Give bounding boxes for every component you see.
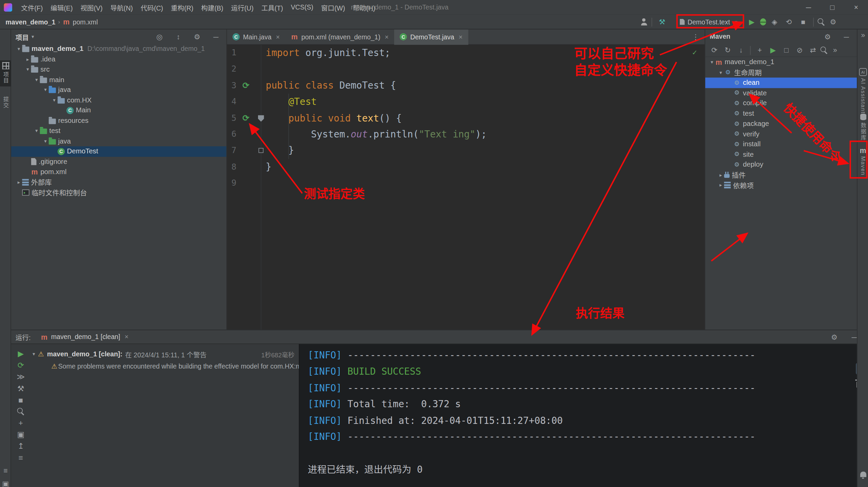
- maven-tree-item-test[interactable]: ⚙test: [705, 108, 857, 118]
- next-icon[interactable]: ≫: [15, 373, 27, 381]
- stack-icon[interactable]: ≡: [15, 454, 27, 462]
- caret-down-icon[interactable]: ▾: [31, 351, 37, 357]
- console[interactable]: [INFO] ---------------------------------…: [299, 344, 868, 487]
- close-icon[interactable]: ×: [459, 33, 462, 41]
- caret-down-icon[interactable]: ▾: [42, 87, 49, 93]
- stop-icon[interactable]: ■: [797, 18, 809, 25]
- menu-VCS[interactable]: VCS(S): [287, 0, 317, 14]
- menu-构建[interactable]: 构建(B): [197, 0, 227, 14]
- debug-icon[interactable]: [760, 18, 766, 25]
- locate-icon[interactable]: ◎: [153, 33, 165, 40]
- hide-icon[interactable]: ─: [210, 33, 222, 40]
- menu-重构[interactable]: 重构(R): [167, 0, 197, 14]
- plus-icon[interactable]: +: [754, 46, 766, 54]
- project-panel-title[interactable]: 项目: [16, 32, 29, 41]
- search-icon[interactable]: [821, 46, 828, 54]
- caret-down-icon[interactable]: ▾: [24, 67, 31, 72]
- wrench-icon[interactable]: ⚒: [15, 385, 27, 392]
- tool-stripe-数据库[interactable]: 数据库: [857, 114, 868, 141]
- close-icon[interactable]: ×: [124, 333, 128, 341]
- search-icon[interactable]: [817, 18, 825, 25]
- minimize-button[interactable]: ─: [796, 0, 820, 14]
- project-tree-item-com.HX[interactable]: ▾com.HX: [11, 95, 226, 105]
- menu-运行[interactable]: 运行(U): [227, 0, 257, 14]
- project-tree-item-main[interactable]: ▾main: [11, 75, 226, 85]
- caret-down-icon[interactable]: ▾: [42, 138, 49, 144]
- tool-stripe-bottom[interactable]: ▣: [0, 481, 11, 487]
- camera-icon[interactable]: ▣: [15, 431, 27, 438]
- run-test-icon[interactable]: ⟳: [242, 110, 250, 126]
- tool-stripe-bottom[interactable]: ≡: [0, 467, 11, 474]
- filter-icon[interactable]: ⇄: [807, 46, 818, 54]
- maven-tree-item-compile[interactable]: ⚙compile: [705, 98, 857, 108]
- editor-tab-DemoTest.java[interactable]: CDemoTest.java×: [394, 29, 468, 45]
- plus-icon[interactable]: +: [15, 419, 27, 427]
- rerun-icon[interactable]: ⟳: [15, 361, 27, 369]
- run-icon[interactable]: ▶: [767, 46, 779, 54]
- code-area[interactable]: import org.junit.Test;public class DemoT…: [266, 45, 705, 191]
- maven-tree-item-site[interactable]: ⚙site: [705, 149, 857, 160]
- square-marker-icon[interactable]: [258, 148, 263, 153]
- menu-导航[interactable]: 导航(N): [106, 0, 137, 14]
- caret-down-icon[interactable]: ▾: [33, 128, 40, 134]
- tool-stripe-Maven[interactable]: mMaven: [857, 147, 868, 176]
- upload-icon[interactable]: ↥: [15, 442, 27, 450]
- caret-right-icon[interactable]: ▸: [24, 56, 31, 62]
- menu-窗口[interactable]: 窗口(W): [317, 0, 349, 14]
- project-tree-item-Main[interactable]: CMain: [11, 105, 226, 115]
- project-tree-item-.idea[interactable]: ▸.idea: [11, 54, 226, 64]
- tabs-more-icon[interactable]: ⋮: [692, 33, 705, 41]
- menu-编辑[interactable]: 编辑(E): [47, 0, 77, 14]
- settings-icon[interactable]: ⚙: [828, 333, 840, 340]
- project-tree-item-.gitignore[interactable]: .gitignore: [11, 156, 226, 167]
- project-tree-item-外部库[interactable]: ▸外部库: [11, 177, 226, 187]
- close-button[interactable]: ×: [844, 0, 868, 14]
- caret-down-icon[interactable]: ▾: [709, 59, 715, 65]
- refresh-icon[interactable]: ⟳: [709, 46, 720, 54]
- run-tab[interactable]: m maven_demo_1 [clean] ×: [36, 330, 133, 344]
- project-tree-item-java[interactable]: ▾java: [11, 136, 226, 146]
- settings-icon[interactable]: ⚙: [822, 33, 834, 40]
- maven-tree-item-插件[interactable]: ▸插件: [705, 170, 857, 180]
- project-tree-item-maven_demo_1[interactable]: ▾maven_demo_1D:\command\java_cmd\maven_d…: [11, 44, 226, 54]
- settings-icon[interactable]: ⚙: [191, 33, 203, 40]
- maven-tree-item-依赖项[interactable]: ▸依赖项: [705, 180, 857, 190]
- menu-代码[interactable]: 代码(C): [137, 0, 167, 14]
- menu-视图[interactable]: 视图(V): [77, 0, 106, 14]
- stop-icon[interactable]: ■: [15, 396, 27, 404]
- close-icon[interactable]: ×: [385, 33, 389, 41]
- run-icon[interactable]: ▶: [746, 18, 758, 25]
- inspection-ok-icon[interactable]: ✓: [692, 48, 697, 56]
- code-editor[interactable]: 123⟳45⟳6789 import org.junit.Test;public…: [227, 45, 705, 330]
- tool-stripe-提交[interactable]: 提交: [0, 95, 11, 111]
- project-tree-item-java[interactable]: ▾java: [11, 85, 226, 95]
- run-config-selector[interactable]: DemoTest.text ▾: [677, 16, 740, 28]
- project-tree-item-resources[interactable]: resources: [11, 115, 226, 126]
- sync-icon[interactable]: ↻: [722, 46, 733, 54]
- tool-stripe-项目[interactable]: 项目: [0, 60, 11, 87]
- caret-right-icon[interactable]: ▸: [717, 183, 724, 188]
- caret-down-icon[interactable]: ▾: [717, 70, 724, 75]
- shield-marker-icon[interactable]: [258, 115, 264, 122]
- maven-tree-item-validate[interactable]: ⚙validate: [705, 88, 857, 98]
- caret-down-icon[interactable]: ▾: [16, 46, 22, 52]
- maven-tree-item-install[interactable]: ⚙install: [705, 139, 857, 149]
- breadcrumb-file[interactable]: pom.xml: [73, 18, 98, 26]
- editor-tab-Main.java[interactable]: CMain.java×: [227, 29, 285, 45]
- restart-icon[interactable]: ⟲: [783, 18, 795, 25]
- tool-stripe-AI Assistant[interactable]: AIAI Assistant: [857, 68, 868, 114]
- download-icon[interactable]: ↓: [735, 46, 747, 54]
- maven-tree-item-package[interactable]: ⚙package: [705, 118, 857, 129]
- hide-stripe-icon[interactable]: »: [857, 32, 868, 39]
- run-icon[interactable]: ▶: [15, 350, 27, 357]
- close-icon[interactable]: ×: [276, 33, 280, 41]
- user-icon[interactable]: [640, 18, 648, 25]
- project-tree-item-临时文件和控制台[interactable]: 临时文件和控制台: [11, 187, 226, 198]
- build-icon[interactable]: ⚒: [656, 18, 668, 25]
- maximize-button[interactable]: □: [821, 0, 844, 14]
- menu-工具[interactable]: 工具(T): [257, 0, 287, 14]
- more-icon[interactable]: »: [829, 46, 841, 54]
- editor-tab-pom.xml (maven_demo_1)[interactable]: mpom.xml (maven_demo_1)×: [285, 29, 394, 45]
- maven-tree-item-生命周期[interactable]: ▾⚙生命周期: [705, 67, 857, 77]
- project-tree-item-DemoTest[interactable]: CDemoTest: [11, 146, 226, 156]
